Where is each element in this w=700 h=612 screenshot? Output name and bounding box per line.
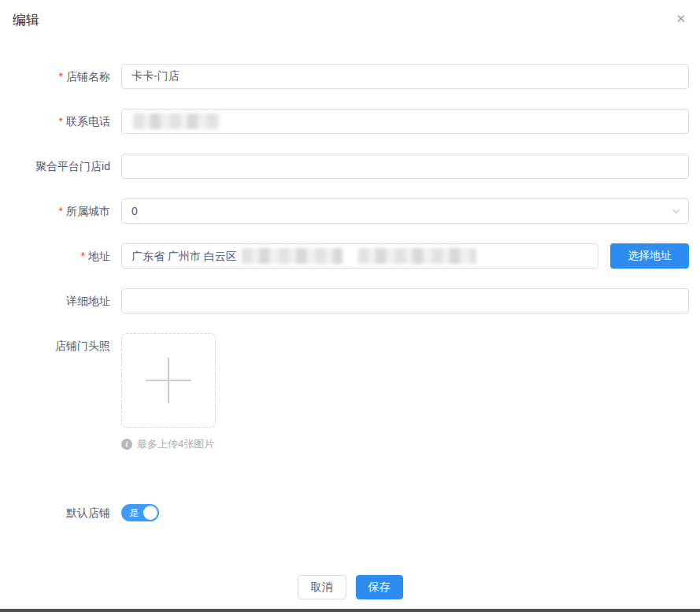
platform-id-input[interactable] (121, 154, 689, 179)
detail-address-label: 详细地址 (0, 288, 121, 313)
storefront-photo-label: 店铺门头照 (0, 333, 121, 358)
dialog-header: 编辑 ✕ (0, 0, 700, 39)
edit-shop-form: *店铺名称 *联系电话 聚合平台门店id *所属城市 0 (0, 64, 700, 521)
close-icon[interactable]: ✕ (672, 9, 689, 28)
default-shop-label: 默认店铺 (0, 504, 121, 521)
city-select-value: 0 (131, 199, 138, 223)
detail-address-label-text: 详细地址 (66, 295, 110, 307)
shop-name-input[interactable] (121, 64, 689, 89)
form-row-detail-address: 详细地址 (0, 288, 700, 313)
address-value: 广东省 广州市 白云区 (131, 244, 237, 268)
photo-upload-button[interactable] (121, 333, 216, 428)
address-control: 广东省 广州市 白云区 选择地址 (121, 243, 689, 269)
form-row-storefront-photo: 店铺门头照 i 最多上传4张图片 (0, 333, 700, 451)
platform-id-label-text: 聚合平台门店id (35, 160, 110, 172)
form-row-shop-name: *店铺名称 (0, 64, 700, 89)
redacted-address-part (358, 248, 476, 264)
dialog-title: 编辑 (13, 13, 39, 28)
chevron-down-icon (672, 206, 681, 216)
upload-wrap: i 最多上传4张图片 (121, 333, 216, 451)
required-mark: * (59, 70, 63, 83)
detail-address-control (121, 288, 689, 313)
default-shop-toggle[interactable]: 是 (121, 504, 159, 521)
shop-name-label-text: 店铺名称 (66, 70, 110, 83)
platform-id-label: 聚合平台门店id (0, 154, 121, 179)
city-select[interactable]: 0 (121, 198, 689, 224)
address-input[interactable]: 广东省 广州市 白云区 (121, 243, 598, 269)
choose-address-button[interactable]: 选择地址 (610, 243, 689, 269)
platform-id-control (121, 154, 689, 179)
phone-control (121, 109, 689, 134)
toggle-knob (143, 506, 157, 520)
form-row-default-shop: 默认店铺 是 (0, 504, 700, 521)
required-mark: * (59, 115, 63, 128)
cancel-button[interactable]: 取消 (298, 575, 346, 599)
address-label: *地址 (0, 243, 121, 269)
window-bottom-edge (0, 609, 700, 612)
city-label-text: 所属城市 (66, 205, 110, 217)
upload-hint-text: 最多上传4张图片 (137, 437, 214, 451)
shop-name-control (121, 64, 689, 89)
redacted-phone-value (133, 113, 220, 129)
form-row-address: *地址 广东省 广州市 白云区 选择地址 (0, 243, 700, 269)
phone-label: *联系电话 (0, 109, 121, 134)
city-select-wrap: 0 (121, 198, 689, 224)
city-label: *所属城市 (0, 198, 121, 224)
plus-icon (146, 358, 191, 403)
form-row-city: *所属城市 0 (0, 198, 700, 224)
phone-label-text: 联系电话 (66, 115, 110, 128)
toggle-on-text: 是 (129, 507, 139, 518)
info-icon: i (121, 439, 132, 450)
save-button[interactable]: 保存 (356, 575, 403, 599)
dialog-footer: 取消 保存 (0, 575, 700, 599)
required-mark: * (81, 250, 85, 262)
form-row-platform-id: 聚合平台门店id (0, 154, 700, 179)
shop-name-label: *店铺名称 (0, 64, 121, 89)
address-label-text: 地址 (88, 250, 110, 262)
upload-hint: i 最多上传4张图片 (121, 437, 216, 451)
form-row-phone: *联系电话 (0, 109, 700, 134)
detail-address-input[interactable] (121, 288, 689, 313)
phone-input[interactable] (121, 109, 689, 134)
redacted-address-part (242, 248, 343, 264)
storefront-photo-label-text: 店铺门头照 (55, 339, 110, 352)
required-mark: * (59, 205, 63, 217)
default-shop-label-text: 默认店铺 (66, 506, 110, 519)
